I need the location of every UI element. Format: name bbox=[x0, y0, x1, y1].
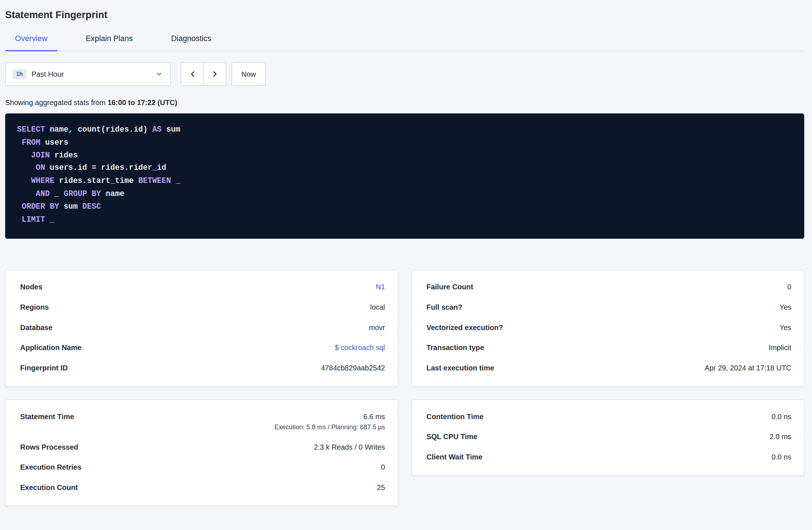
sql-line: AND _ GROUP BY name bbox=[17, 188, 792, 201]
time-controls-row: 1h Past Hour Now bbox=[5, 62, 804, 86]
stat-value-wrap: 2.3 k Reads / 0 Writes bbox=[314, 442, 385, 452]
sql-text: name bbox=[101, 189, 124, 198]
card-wait-times: Contention Time0.0 nsSQL CPU Time2.0 msC… bbox=[411, 399, 804, 475]
stat-value: 0.0 ns bbox=[772, 452, 791, 462]
sql-line: SELECT name, count(rides.id) AS sum bbox=[17, 124, 792, 137]
sql-keyword: GROUP BY bbox=[64, 189, 101, 198]
stat-row: NodesN1 bbox=[20, 277, 385, 298]
next-time-button[interactable] bbox=[204, 63, 226, 85]
stat-value-wrap: 25 bbox=[377, 482, 385, 493]
stat-value: Yes bbox=[779, 302, 791, 312]
stat-value-wrap: 4784cb829aab2542 bbox=[321, 363, 385, 373]
interval-badge: 1h bbox=[12, 69, 26, 79]
previous-time-button[interactable] bbox=[181, 63, 204, 85]
page-title: Statement Fingerprint bbox=[5, 8, 804, 22]
stat-row: Full scan?Yes bbox=[426, 297, 791, 318]
sql-line: ORDER BY sum DESC bbox=[17, 201, 792, 213]
sql-statement-box: SELECT name, count(rides.id) AS sum FROM… bbox=[5, 113, 804, 239]
stat-value-wrap: 0.0 ns bbox=[772, 411, 791, 422]
stat-value-wrap: 0.0 ns bbox=[772, 452, 791, 462]
stat-value-wrap: movr bbox=[369, 322, 385, 333]
sql-keyword: BETWEEN bbox=[138, 177, 171, 185]
stat-row: Fingerprint ID4784cb829aab2542 bbox=[20, 358, 385, 378]
time-range-dropdown[interactable]: 1h Past Hour bbox=[5, 62, 171, 86]
stat-value: 6.6 ms bbox=[274, 411, 385, 422]
stat-label: Fingerprint ID bbox=[20, 363, 68, 373]
stat-row: Vectorized execution?Yes bbox=[426, 318, 791, 338]
stat-value: 0.0 ns bbox=[772, 411, 791, 422]
stat-value: Implicit bbox=[769, 342, 791, 353]
sql-keyword: AS bbox=[152, 125, 162, 134]
stat-value: Apr 29, 2024 at 17:18 UTC bbox=[705, 363, 791, 373]
sql-keyword: DESC bbox=[83, 202, 101, 211]
stat-value-wrap: local bbox=[370, 302, 385, 312]
stat-value-link[interactable]: N1 bbox=[376, 282, 385, 292]
stat-value: movr bbox=[369, 322, 385, 333]
stat-value: 2.0 ms bbox=[769, 431, 791, 442]
sql-keyword: SELECT bbox=[17, 125, 45, 134]
stat-value-wrap: Apr 29, 2024 at 17:18 UTC bbox=[705, 363, 791, 373]
stat-value-wrap: 6.6 msExecution: 5.8 ms / Planning: 687.… bbox=[274, 411, 385, 432]
sql-line: FROM users bbox=[17, 137, 792, 149]
stat-value: 2.3 k Reads / 0 Writes bbox=[314, 442, 385, 452]
stat-value-wrap: Yes bbox=[779, 322, 791, 333]
stat-value: Yes bbox=[779, 322, 791, 333]
stat-row: Failure Count0 bbox=[426, 277, 791, 298]
sql-keyword: ORDER BY bbox=[22, 202, 59, 211]
stat-value-wrap: $ cockroach sql bbox=[335, 342, 385, 353]
stat-row: Application Name$ cockroach sql bbox=[20, 338, 385, 358]
sql-text bbox=[17, 202, 22, 211]
sql-line: LIMIT _ bbox=[17, 214, 792, 226]
sql-text: name, count(rides.id) bbox=[45, 125, 152, 134]
stat-value-link[interactable]: $ cockroach sql bbox=[335, 342, 385, 353]
sql-text bbox=[17, 189, 36, 198]
card-execution-attributes: Failure Count0Full scan?YesVectorized ex… bbox=[411, 270, 804, 387]
stat-label: Failure Count bbox=[426, 282, 473, 292]
page-scale-wrapper: Statement Fingerprint OverviewExplain Pl… bbox=[0, 0, 812, 530]
tab-overview[interactable]: Overview bbox=[5, 33, 57, 51]
stat-row: Rows Processed2.3 k Reads / 0 Writes bbox=[20, 437, 385, 458]
card-statement-times: Statement Time6.6 msExecution: 5.8 ms / … bbox=[5, 399, 398, 506]
tab-diagnostics[interactable]: Diagnostics bbox=[161, 33, 221, 51]
stat-value: local bbox=[370, 302, 385, 312]
stat-label: Rows Processed bbox=[20, 442, 79, 452]
stat-label: Statement Time bbox=[20, 411, 74, 422]
sql-text: rides bbox=[50, 151, 78, 160]
stat-label: Database bbox=[20, 322, 53, 333]
sql-keyword: FROM bbox=[22, 138, 40, 147]
stat-value-wrap: Yes bbox=[779, 302, 791, 312]
sql-text bbox=[17, 138, 22, 147]
tab-bar: OverviewExplain PlansDiagnostics bbox=[5, 33, 804, 51]
stat-value-wrap: 0 bbox=[787, 282, 791, 292]
sql-text bbox=[17, 151, 31, 160]
stat-value: 4784cb829aab2542 bbox=[321, 363, 385, 373]
sql-text: sum bbox=[59, 202, 82, 211]
stat-value-wrap: 0 bbox=[381, 462, 385, 472]
sql-line: ON users.id = rides.rider_id bbox=[17, 162, 792, 175]
chevron-right-icon bbox=[210, 69, 220, 79]
stat-row: Regionslocal bbox=[20, 297, 385, 318]
stat-row: Execution Count25 bbox=[20, 478, 385, 498]
sql-keyword: WHERE bbox=[31, 177, 55, 185]
stat-label: Last execution time bbox=[426, 363, 494, 373]
stat-label: Full scan? bbox=[426, 302, 462, 312]
stat-row: Statement Time6.6 msExecution: 5.8 ms / … bbox=[20, 407, 385, 437]
now-button[interactable]: Now bbox=[232, 62, 266, 86]
stat-value-wrap: 2.0 ms bbox=[769, 431, 791, 442]
stat-label: Nodes bbox=[20, 282, 43, 292]
stat-subvalue: Execution: 5.8 ms / Planning: 687.5 µs bbox=[274, 423, 385, 432]
stat-label: Transaction type bbox=[426, 342, 484, 353]
stat-row: Transaction typeImplicit bbox=[426, 338, 791, 358]
stat-row: Execution Retries0 bbox=[20, 458, 385, 478]
sql-text: _ bbox=[45, 215, 55, 224]
tab-explain-plans[interactable]: Explain Plans bbox=[76, 33, 143, 51]
stat-row: Client Wait Time0.0 ns bbox=[426, 447, 791, 467]
stat-row: SQL CPU Time2.0 ms bbox=[426, 427, 791, 447]
stat-label: Execution Count bbox=[20, 482, 78, 493]
stat-row: Contention Time0.0 ns bbox=[426, 407, 791, 427]
sql-text: _ bbox=[171, 177, 180, 185]
sql-text: rides.start_time bbox=[55, 177, 138, 185]
sql-keyword: ON bbox=[36, 164, 45, 173]
chevron-left-icon bbox=[188, 69, 197, 79]
sql-text: users.id = rides.rider_id bbox=[45, 164, 166, 173]
